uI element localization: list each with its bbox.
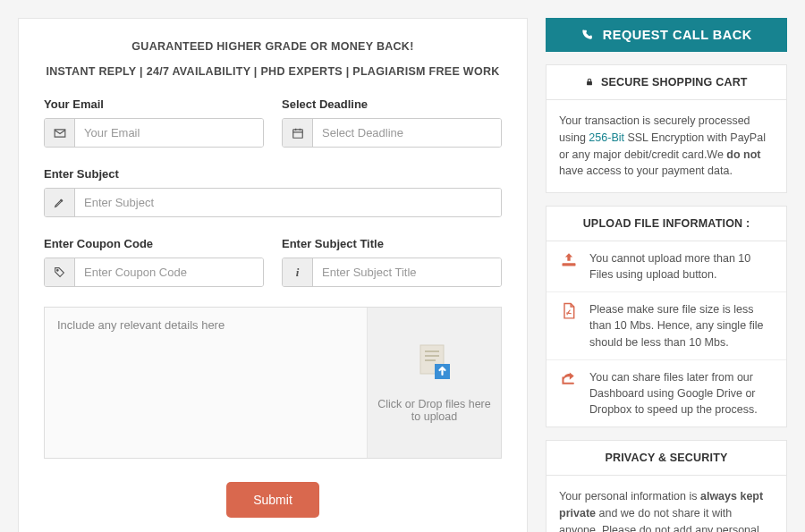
subject-input[interactable] [75, 189, 501, 216]
privacy-title: PRIVACY & SECURITY [547, 441, 786, 476]
email-input[interactable] [75, 119, 263, 147]
secure-shopping-title: SECURE SHOPPING CART [547, 65, 786, 100]
calendar-icon [283, 119, 313, 147]
file-pdf-icon [559, 301, 579, 350]
upload-zone-text: Click or Drop files here to upload [368, 398, 501, 423]
svg-rect-10 [587, 81, 592, 85]
list-item: Please make sure file size is less than … [547, 292, 786, 359]
request-callback-button[interactable]: REQUEST CALL BACK [546, 18, 787, 52]
privacy-text: Your personal information is always kept… [547, 476, 786, 532]
deadline-label: Select Deadline [282, 97, 502, 111]
list-item: You can share files later from our Dashb… [547, 360, 786, 426]
tag-icon [45, 258, 75, 286]
phone-icon [580, 28, 597, 42]
coupon-input[interactable] [75, 258, 263, 286]
coupon-label: Enter Coupon Code [44, 237, 264, 250]
info-icon: i [283, 258, 313, 286]
email-label: Your Email [44, 97, 264, 111]
svg-rect-0 [292, 129, 302, 137]
envelope-icon [45, 119, 75, 147]
svg-point-4 [57, 270, 59, 272]
details-textarea[interactable] [45, 308, 367, 458]
secure-shopping-text: Your transaction is securely processed u… [547, 100, 786, 192]
callback-label: REQUEST CALL BACK [603, 28, 752, 42]
svg-rect-11 [563, 263, 576, 266]
secure-shopping-card: SECURE SHOPPING CART Your transaction is… [546, 64, 787, 193]
subject-label: Enter Subject [44, 167, 502, 181]
list-item: You cannot upload more than 10 Files usi… [547, 241, 786, 292]
deadline-input[interactable] [313, 119, 501, 147]
submit-button[interactable]: Submit [226, 482, 319, 518]
order-form-panel: GUARANTEED HIGHER GRADE OR MONEY BACK! I… [18, 18, 528, 532]
lock-icon [585, 76, 597, 89]
file-upload-zone[interactable]: Click or Drop files here to upload [367, 308, 501, 458]
pencil-icon [45, 189, 75, 216]
subject-title-label: Enter Subject Title [282, 237, 502, 250]
headline: GUARANTEED HIGHER GRADE OR MONEY BACK! [44, 40, 502, 53]
upload-icon [559, 250, 579, 283]
privacy-card: PRIVACY & SECURITY Your personal informa… [546, 440, 787, 532]
subheadline: INSTANT REPLY | 24/7 AVAILABILITY | PHD … [44, 65, 502, 78]
upload-info-title: UPLOAD FILE INFORMATION : [547, 207, 786, 241]
file-upload-icon [418, 343, 452, 384]
upload-info-card: UPLOAD FILE INFORMATION : You cannot upl… [546, 206, 787, 427]
share-icon [559, 369, 579, 418]
subject-title-input[interactable] [313, 258, 501, 286]
